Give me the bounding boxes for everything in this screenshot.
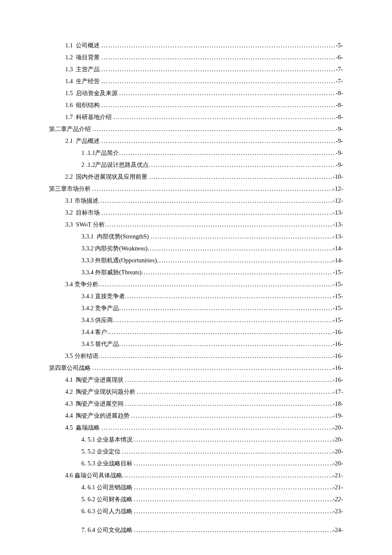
toc-entry: 6. 5.3 企业战略目标 -20- xyxy=(49,457,343,469)
toc-entry: 3.3.4 外部威胁(Threats)-15- xyxy=(49,266,343,278)
toc-leader-dots xyxy=(92,183,333,195)
toc-leader-dots xyxy=(147,242,333,254)
toc-leader-dots xyxy=(101,206,333,218)
toc-leader-dots xyxy=(101,75,336,87)
toc-entry: 3.3.1 内部优势(StrengthS) -13- xyxy=(49,230,343,242)
toc-leader-dots xyxy=(122,469,333,481)
toc-label: 1.1 公司概述 xyxy=(65,39,101,51)
toc-page-number: -15- xyxy=(333,302,343,314)
toc-leader-dots xyxy=(157,254,333,266)
toc-leader-dots xyxy=(92,362,333,374)
toc-entry: 3.1 市场描述-12- xyxy=(49,195,343,206)
toc-leader-dots xyxy=(134,505,333,517)
toc-leader-dots xyxy=(119,147,336,159)
toc-page-number: -8- xyxy=(336,99,343,111)
toc-leader-dots xyxy=(134,524,333,536)
toc-label: 3.4 竞争分析 xyxy=(65,278,98,290)
toc-label: 4.6 鑫瑞公司具体战略 xyxy=(65,469,122,481)
toc-entry: 1 .1.1产品简介-9- xyxy=(49,147,343,159)
toc-label: 4.3 陶瓷产业进展空间 xyxy=(65,398,125,410)
toc-leader-dots xyxy=(137,386,333,398)
toc-entry: 3.2 目标市场 -13- xyxy=(49,206,343,218)
toc-page-number: -14- xyxy=(333,242,343,254)
toc-leader-dots xyxy=(119,338,333,350)
toc-label: 1.5 启动资金及来源 xyxy=(65,87,119,99)
toc-entry: 3.4.5 替代产品-16- xyxy=(49,338,343,350)
toc-label: 6. 5.3 企业战略目标 xyxy=(81,457,134,469)
toc-leader-dots xyxy=(150,230,333,242)
toc-label: 3.3.2 内部劣势(Weakness) xyxy=(81,242,147,254)
toc-label: 3.4.5 替代产品 xyxy=(81,338,119,350)
toc-entry: 4.3 陶瓷产业进展空间 -18- xyxy=(49,398,343,410)
toc-leader-dots xyxy=(113,111,336,123)
toc-entry: 3.4 竞争分析-15- xyxy=(49,278,343,290)
toc-page-number: -15- xyxy=(333,278,343,290)
toc-entry: 3.4.1 直接竞争者-15- xyxy=(49,290,343,302)
toc-entry: 1.4 生产经营 -7- xyxy=(49,75,343,87)
toc-entry: 第四章公司战略 -16- xyxy=(49,362,343,374)
toc-page-number: -5- xyxy=(336,39,343,51)
toc-label: 1.2 项目背景 xyxy=(65,51,101,63)
toc-page-number: -9- xyxy=(336,123,343,135)
toc-leader-dots xyxy=(107,326,333,338)
toc-page-number: -10- xyxy=(333,171,343,183)
toc-entry: 第三章市场分析 -12- xyxy=(49,183,343,195)
toc-label: 4.2 陶瓷产业现状问题分析 xyxy=(65,386,137,398)
toc-leader-dots xyxy=(101,421,333,433)
toc-entry: 4. 5.1 企业基本情况 -20- xyxy=(49,433,343,445)
toc-leader-dots xyxy=(113,314,333,326)
toc-page-number: -20- xyxy=(333,457,343,469)
toc-leader-dots xyxy=(141,266,333,278)
toc-label: 4.4 陶瓷产业的进展趋势 xyxy=(65,410,131,421)
toc-entry: 3.4.3 供应商-15- xyxy=(49,314,343,326)
toc-label: 3.4.4 客户 xyxy=(81,326,107,338)
toc-page-number: -22- xyxy=(333,493,343,505)
toc-page-number: -21- xyxy=(333,469,343,481)
toc-leader-dots xyxy=(105,218,333,230)
toc-entry: 5. 5.2 企业定位 -20- xyxy=(49,445,343,457)
toc-page: 1.1 公司概述 -5-1.2 项目背景 -6-1.3 主营产品 -7-1.4 … xyxy=(0,0,392,555)
toc-entry: 3.5 分析结语-16- xyxy=(49,350,343,362)
toc-leader-dots xyxy=(92,123,336,135)
toc-entry: 6. 6.3 公司人力战略 -23- xyxy=(49,505,343,517)
toc-leader-dots xyxy=(134,457,333,469)
toc-leader-dots xyxy=(101,135,336,147)
toc-entry: 3.3 SWoT 分析-13- xyxy=(49,218,343,230)
toc-page-number: -16- xyxy=(333,362,343,374)
toc-page-number: -9- xyxy=(336,147,343,159)
toc-label: 1.6 组织结构 xyxy=(65,99,101,111)
toc-label: 5. 6.2 公司财务战略 xyxy=(81,493,134,505)
toc-label: 3.3.3 外部机遇(Opportunities) xyxy=(81,254,157,266)
toc-page-number: -24- xyxy=(333,524,343,536)
toc-label: 3.3.1 内部优势(StrengthS) xyxy=(81,230,150,242)
toc-label: 第二章产品介绍 xyxy=(49,123,92,135)
toc-page-number: -13- xyxy=(333,230,343,242)
toc-entry: 1.7 科研基地介绍 -8- xyxy=(49,111,343,123)
toc-leader-dots xyxy=(101,51,336,63)
toc-leader-dots xyxy=(134,481,333,493)
toc-label: 6. 6.3 公司人力战略 xyxy=(81,505,134,517)
toc-page-number: -13- xyxy=(333,218,343,230)
toc-label: 1.4 生产经营 xyxy=(65,75,101,87)
toc-page-number: -20- xyxy=(333,445,343,457)
toc-leader-dots xyxy=(101,63,336,75)
toc-page-number: -7- xyxy=(336,63,343,75)
toc-page-number: -8- xyxy=(336,111,343,123)
toc-entry: 4.2 陶瓷产业现状问题分析 -17- xyxy=(49,386,343,398)
toc-label: 1.3 主营产品 xyxy=(65,63,101,75)
toc-leader-dots xyxy=(122,445,333,457)
toc-page-number: -15- xyxy=(333,314,343,326)
toc-page-number: -16- xyxy=(333,326,343,338)
toc-page-number: -8- xyxy=(336,87,343,99)
toc-leader-dots xyxy=(134,433,333,445)
toc-page-number: -7- xyxy=(336,75,343,87)
toc-label: 3.4.1 直接竞争者 xyxy=(81,290,125,302)
toc-leader-dots xyxy=(125,374,333,386)
toc-entry: 3.3.2 内部劣势(Weakness)-14- xyxy=(49,242,343,254)
toc-page-number: -15- xyxy=(333,290,343,302)
toc-page-number: -19- xyxy=(333,410,343,421)
toc-page-number: -12- xyxy=(333,195,343,206)
toc-leader-dots xyxy=(149,171,333,183)
toc-entry: 4.6 鑫瑞公司具体战略-21- xyxy=(49,469,343,481)
toc-page-number: -14- xyxy=(333,254,343,266)
